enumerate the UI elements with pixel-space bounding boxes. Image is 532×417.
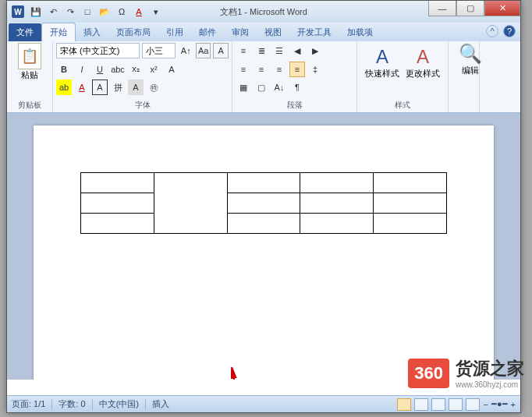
table-row[interactable] xyxy=(81,214,447,234)
tab-view[interactable]: 视图 xyxy=(257,23,289,41)
paragraph-group-label: 段落 xyxy=(236,98,353,112)
font-color-button[interactable]: A xyxy=(74,80,90,95)
zoom-in-button[interactable]: + xyxy=(511,400,516,409)
clipboard-group-label: 剪贴板 xyxy=(10,98,49,112)
group-editing: 🔍 编辑 xyxy=(449,41,480,112)
clear-format-button[interactable]: A xyxy=(213,43,229,58)
undo-icon[interactable]: ↶ xyxy=(46,5,60,19)
close-button[interactable]: ✕ xyxy=(484,1,520,16)
superscript-button[interactable]: x² xyxy=(146,62,161,77)
tab-insert[interactable]: 插入 xyxy=(76,23,108,41)
change-case-button[interactable]: Aa xyxy=(196,43,211,58)
char-border-button[interactable]: A xyxy=(92,80,108,95)
styles-group-label: 样式 xyxy=(360,98,445,112)
quick-styles-button[interactable]: A 快速样式 xyxy=(364,46,401,80)
sort-button[interactable]: A↓ xyxy=(271,80,287,95)
show-marks-button[interactable]: ¶ xyxy=(289,80,305,95)
document-table[interactable] xyxy=(80,172,447,234)
tab-file[interactable]: 文件 xyxy=(9,23,41,41)
open-icon[interactable]: 📂 xyxy=(98,5,112,19)
align-left-button[interactable]: ≡ xyxy=(236,62,251,77)
tab-layout[interactable]: 页面布局 xyxy=(108,23,158,41)
ribbon: 📋 粘贴 剪贴板 宋体 (中文正文) 小三 A↑ Aa A B I U abc … xyxy=(7,41,520,113)
bold-button[interactable]: B xyxy=(56,62,72,77)
watermark: 360 货源之家 www.360hyzj.com xyxy=(408,357,524,389)
grow-font-button[interactable]: A↑ xyxy=(178,43,193,58)
insert-mode[interactable]: 插入 xyxy=(152,398,169,410)
outline-view-button[interactable] xyxy=(449,398,463,411)
underline-button[interactable]: U xyxy=(92,62,108,77)
font-name-combo[interactable]: 宋体 (中文正文) xyxy=(56,43,140,58)
quick-styles-label: 快速样式 xyxy=(365,68,399,80)
symbol-icon[interactable]: Ω xyxy=(115,5,129,19)
new-doc-icon[interactable]: □ xyxy=(80,5,94,19)
find-button[interactable]: 🔍 编辑 xyxy=(452,43,489,76)
group-clipboard: 📋 粘贴 剪贴板 xyxy=(7,41,53,112)
decrease-indent-button[interactable]: ◀ xyxy=(289,43,305,58)
watermark-url: www.360hyzj.com xyxy=(456,380,524,389)
maximize-button[interactable]: ▢ xyxy=(456,1,484,16)
enclose-char-button[interactable]: ㊕ xyxy=(146,80,161,95)
tab-home[interactable]: 开始 xyxy=(41,23,76,41)
table-row[interactable] xyxy=(81,173,447,193)
window-controls: — ▢ ✕ xyxy=(428,1,520,16)
ribbon-tabs: 文件 开始 插入 页面布局 引用 邮件 审阅 视图 开发工具 加载项 ^ ? xyxy=(7,23,520,41)
align-center-button[interactable]: ≡ xyxy=(254,62,269,77)
group-font: 宋体 (中文正文) 小三 A↑ Aa A B I U abc x₂ x² A a… xyxy=(53,41,232,112)
quick-access-toolbar: 💾 ↶ ↷ □ 📂 Ω A ▾ xyxy=(29,5,163,19)
page-indicator[interactable]: 页面: 1/1 xyxy=(12,398,45,410)
zoom-out-button[interactable]: − xyxy=(483,400,488,409)
font-group-label: 字体 xyxy=(56,98,229,112)
svg-line-1 xyxy=(232,371,252,380)
line-spacing-button[interactable]: ‡ xyxy=(307,62,323,77)
print-layout-view-button[interactable] xyxy=(397,398,411,411)
tab-review[interactable]: 审阅 xyxy=(224,23,257,41)
page[interactable] xyxy=(34,125,494,380)
group-styles: A 快速样式 A 更改样式 样式 xyxy=(357,41,449,112)
strike-button[interactable]: abc xyxy=(110,62,126,77)
titlebar: W 💾 ↶ ↷ □ 📂 Ω A ▾ 文档1 - Microsoft Word —… xyxy=(7,1,520,23)
word-count[interactable]: 字数: 0 xyxy=(59,398,85,410)
phonetic-button[interactable]: 拼 xyxy=(110,80,126,95)
help-icon[interactable]: ? xyxy=(503,25,516,37)
watermark-title: 货源之家 xyxy=(456,357,524,380)
char-shading-button[interactable]: A xyxy=(128,80,144,95)
save-icon[interactable]: 💾 xyxy=(29,5,43,19)
tab-mailings[interactable]: 邮件 xyxy=(191,23,224,41)
borders-button[interactable]: ▢ xyxy=(254,80,269,95)
text-effects-button[interactable]: A xyxy=(164,62,179,77)
font-color-icon[interactable]: A xyxy=(132,5,146,19)
draft-view-button[interactable] xyxy=(466,398,480,411)
italic-button[interactable]: I xyxy=(74,62,90,77)
table-row[interactable] xyxy=(81,193,447,214)
paste-label: 粘贴 xyxy=(21,69,38,81)
word-icon: W xyxy=(12,5,24,18)
fullscreen-view-button[interactable] xyxy=(414,398,428,411)
web-layout-view-button[interactable] xyxy=(431,398,445,411)
redo-icon[interactable]: ↷ xyxy=(63,5,77,19)
paste-button[interactable]: 📋 粘贴 xyxy=(10,43,49,81)
change-styles-button[interactable]: A 更改样式 xyxy=(404,46,442,80)
language-indicator[interactable]: 中文(中国) xyxy=(99,398,139,410)
shading-button[interactable]: ▦ xyxy=(236,80,251,95)
qat-dropdown-icon[interactable]: ▾ xyxy=(149,5,163,19)
align-right-button[interactable]: ≡ xyxy=(271,62,287,77)
quick-styles-icon: A xyxy=(376,46,388,68)
minimize-button[interactable]: — xyxy=(428,1,456,16)
highlight-button[interactable]: ab xyxy=(56,80,72,95)
tab-developer[interactable]: 开发工具 xyxy=(289,23,339,41)
justify-button[interactable]: ≡ xyxy=(289,62,305,77)
increase-indent-button[interactable]: ▶ xyxy=(307,43,323,58)
minimize-ribbon-icon[interactable]: ^ xyxy=(486,25,498,37)
tab-references[interactable]: 引用 xyxy=(158,23,191,41)
word-window: W 💾 ↶ ↷ □ 📂 Ω A ▾ 文档1 - Microsoft Word —… xyxy=(6,0,521,413)
change-styles-icon: A xyxy=(417,46,429,68)
document-area[interactable] xyxy=(7,113,520,380)
multilevel-button[interactable]: ☰ xyxy=(271,43,287,58)
font-size-combo[interactable]: 小三 xyxy=(142,43,176,58)
tab-addins[interactable]: 加载项 xyxy=(339,23,381,41)
numbering-button[interactable]: ≣ xyxy=(254,43,269,58)
subscript-button[interactable]: x₂ xyxy=(128,62,144,77)
zoom-slider[interactable]: ━●━ xyxy=(491,399,508,409)
bullets-button[interactable]: ≡ xyxy=(236,43,251,58)
